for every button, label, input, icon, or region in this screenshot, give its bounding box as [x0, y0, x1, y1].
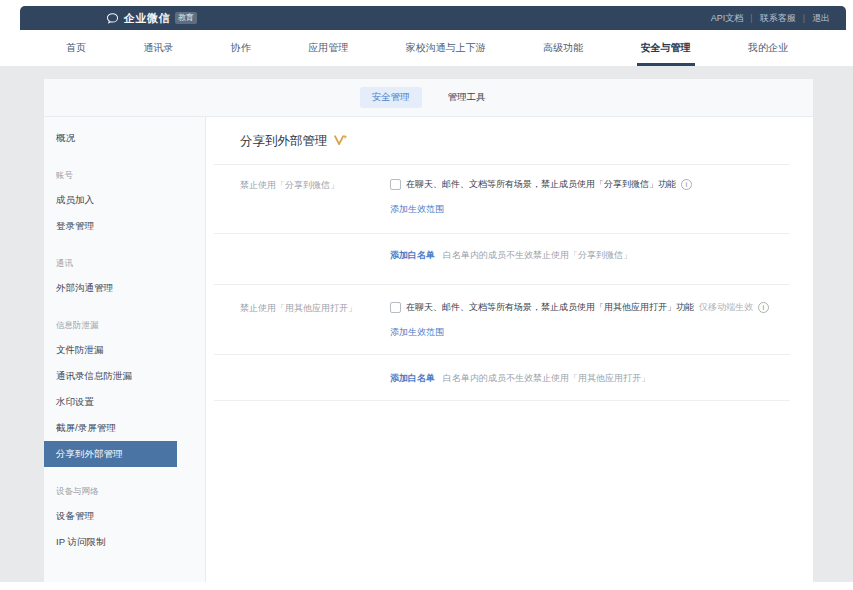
logout-link[interactable]: 退出 [812, 12, 830, 25]
sidebar-item-overview[interactable]: 概况 [44, 125, 205, 151]
sidebar-item-login-management[interactable]: 登录管理 [44, 213, 205, 239]
page-title-row: 分享到外部管理 [240, 131, 790, 151]
section-share-to-wechat: 禁止使用「分享到微信」 在聊天、邮件、文档等所有场景，禁止成员使用「分享到微信」… [240, 165, 790, 216]
api-docs-link[interactable]: API文档 [711, 12, 744, 25]
sidebar-group-account: 账号 [44, 163, 205, 187]
nav-item-my-company[interactable]: 我的企业 [748, 30, 788, 66]
mobile-only-note: 仅移动端生效 [699, 301, 753, 314]
sidebar-item-screenshot-management[interactable]: 截屏/录屏管理 [44, 415, 205, 441]
divider [214, 400, 790, 401]
tab-admin-tools[interactable]: 管理工具 [436, 87, 498, 108]
checkbox-line: 在聊天、邮件、文档等所有场景，禁止成员使用「分享到微信」功能 [390, 178, 790, 191]
nav-item-app-management[interactable]: 应用管理 [308, 30, 348, 66]
section-label: 禁止使用「分享到微信」 [240, 178, 390, 216]
section-control: 在聊天、邮件、文档等所有场景，禁止成员使用「分享到微信」功能 添加生效范围 [390, 178, 790, 216]
vip-v-star-icon [334, 132, 348, 150]
nav-item-security-management[interactable]: 安全与管理 [641, 30, 691, 66]
top-bar: 企业微信 教育 API文档 联系客服 退出 [20, 6, 846, 30]
add-whitelist-link[interactable]: 添加白名单 [390, 372, 435, 385]
active-nav-underline [637, 63, 695, 66]
share-to-wechat-checkbox[interactable] [390, 179, 401, 190]
top-bar-links: API文档 联系客服 退出 [711, 12, 830, 25]
edition-badge: 教育 [175, 12, 197, 24]
nav-item-collaboration[interactable]: 协作 [231, 30, 251, 66]
sidebar-item-file-leak-prevention[interactable]: 文件防泄漏 [44, 337, 205, 363]
content-card: 安全管理 管理工具 概况 账号 成员加入 登录管理 通讯 外部沟通管理 信息防泄… [44, 79, 813, 582]
sidebar: 概况 账号 成员加入 登录管理 通讯 外部沟通管理 信息防泄漏 文件防泄漏 通讯… [44, 117, 206, 582]
separator [750, 13, 752, 23]
contact-support-link[interactable]: 联系客服 [760, 12, 796, 25]
tab-security-management[interactable]: 安全管理 [360, 87, 422, 108]
secondary-tabs: 安全管理 管理工具 [44, 79, 813, 117]
primary-nav: 首页 通讯录 协作 应用管理 家校沟通与上下游 高级功能 安全与管理 我的企业 [20, 30, 846, 66]
whitelist-note: 白名单内的成员不生效禁止使用「用其他应用打开」 [443, 372, 650, 385]
checkbox-label[interactable]: 在聊天、邮件、文档等所有场景，禁止成员使用「分享到微信」功能 [406, 178, 676, 191]
sidebar-item-share-external-management[interactable]: 分享到外部管理 [44, 441, 177, 467]
sidebar-group-info-leak-prevention: 信息防泄漏 [44, 313, 205, 337]
whitelist-note: 白名单内的成员不生效禁止使用「分享到微信」 [443, 249, 632, 262]
info-circle-icon[interactable] [758, 302, 769, 313]
wechat-work-logo-icon [106, 12, 119, 25]
whitelist-row-open-with-other-app: 添加白名单 白名单内的成员不生效禁止使用「用其他应用打开」 [390, 355, 790, 385]
page-title: 分享到外部管理 [240, 133, 328, 150]
brand: 企业微信 教育 [106, 11, 197, 26]
whitelist-row-share-to-wechat: 添加白名单 白名单内的成员不生效禁止使用「分享到微信」 [390, 234, 790, 262]
page: 企业微信 教育 API文档 联系客服 退出 首页 通讯录 协作 应用管理 家校沟… [0, 0, 853, 590]
nav-item-home-school[interactable]: 家校沟通与上下游 [406, 30, 486, 66]
checkbox-line: 在聊天、邮件、文档等所有场景，禁止成员使用「用其他应用打开」功能 仅移动端生效 [390, 301, 790, 314]
checkbox-label[interactable]: 在聊天、邮件、文档等所有场景，禁止成员使用「用其他应用打开」功能 [406, 301, 694, 314]
sidebar-item-contacts-leak-prevention[interactable]: 通讯录信息防泄漏 [44, 363, 205, 389]
brand-name: 企业微信 [124, 11, 170, 26]
nav-item-label: 安全与管理 [641, 41, 691, 55]
nav-item-contacts[interactable]: 通讯录 [143, 30, 173, 66]
sidebar-item-ip-access-restriction[interactable]: IP 访问限制 [44, 529, 205, 555]
section-control: 在聊天、邮件、文档等所有场景，禁止成员使用「用其他应用打开」功能 仅移动端生效 … [390, 301, 790, 339]
sidebar-item-member-join[interactable]: 成员加入 [44, 187, 205, 213]
section-open-with-other-app: 禁止使用「用其他应用打开」 在聊天、邮件、文档等所有场景，禁止成员使用「用其他应… [240, 285, 790, 339]
open-with-other-app-checkbox[interactable] [390, 302, 401, 313]
sidebar-item-device-management[interactable]: 设备管理 [44, 503, 205, 529]
add-scope-link[interactable]: 添加生效范围 [390, 326, 444, 338]
sidebar-group-device-network: 设备与网络 [44, 479, 205, 503]
add-scope-link[interactable]: 添加生效范围 [390, 203, 444, 215]
sidebar-item-external-communication[interactable]: 外部沟通管理 [44, 275, 205, 301]
nav-item-advanced[interactable]: 高级功能 [543, 30, 583, 66]
sidebar-group-communication: 通讯 [44, 251, 205, 275]
info-circle-icon[interactable] [681, 179, 692, 190]
section-label: 禁止使用「用其他应用打开」 [240, 301, 390, 339]
sidebar-item-watermark-settings[interactable]: 水印设置 [44, 389, 205, 415]
separator [803, 13, 805, 23]
main-panel: 分享到外部管理 禁止使用「分享到微信」 在聊天、邮件、文档等所有场景，禁止成员使… [207, 117, 813, 582]
nav-item-home[interactable]: 首页 [66, 30, 86, 66]
add-whitelist-link[interactable]: 添加白名单 [390, 249, 435, 262]
